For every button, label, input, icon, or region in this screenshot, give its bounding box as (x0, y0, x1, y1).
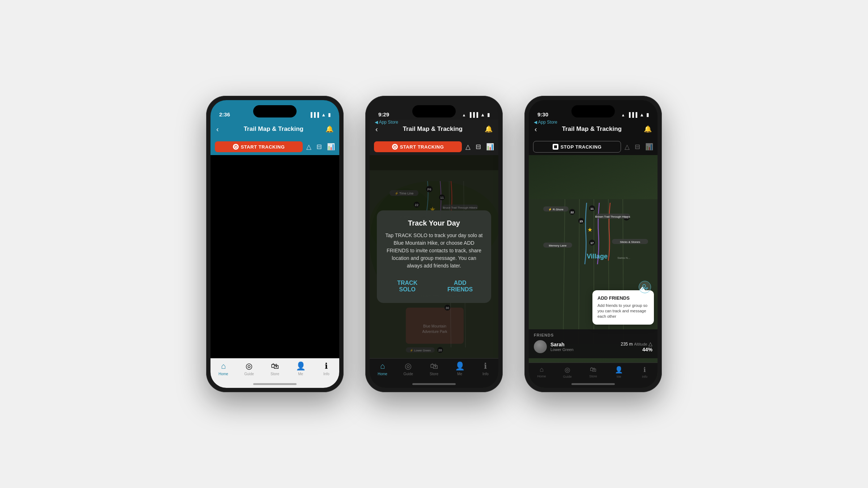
guide-icon-2: ◎ (405, 361, 412, 371)
svg-text:Brown Trail Through Hikers: Brown Trail Through Hikers (595, 215, 630, 218)
layers-icon-1[interactable]: ⊟ (316, 143, 322, 151)
tab-home-1[interactable]: ⌂ Home (210, 361, 236, 376)
layers-icon-3[interactable]: ⊟ (635, 143, 640, 151)
info-tab-label-3: Info (642, 375, 647, 378)
modal-overlay-2: Track Your Day Tap TRACK SOLO to track y… (370, 155, 498, 358)
svg-point-108 (643, 284, 646, 287)
mountain-icon-3[interactable]: △ (625, 143, 630, 151)
add-friends-button-modal[interactable]: ADD FRIENDS (436, 277, 484, 296)
friends-section-label: FRIENDS (534, 333, 652, 337)
location-icon-3: ▲ (621, 113, 625, 117)
layers-icon-2[interactable]: ⊟ (476, 143, 481, 151)
tab-me-1[interactable]: 👤 Me (288, 361, 314, 376)
guide-icon-1: ◎ (246, 361, 252, 371)
me-icon-3: 👤 (615, 366, 623, 374)
tab-home-3[interactable]: ⌂ Home (529, 366, 554, 378)
battery-icon-3: ▮ (646, 112, 649, 117)
home-icon-3: ⌂ (540, 366, 544, 373)
home-indicator-3 (571, 383, 615, 385)
tab-guide-3[interactable]: ◎ Guide (554, 366, 580, 378)
wifi-icon-2: ▲ (480, 112, 485, 117)
status-icons-3: ▲ ▐▐▐ ▲ ▮ (621, 112, 649, 117)
modal-card-2: Track Your Day Tap TRACK SOLO to track y… (377, 210, 491, 303)
battery-icon-2: ▮ (487, 112, 490, 117)
mountain-icon-1[interactable]: △ (306, 143, 311, 151)
chart-icon-2[interactable]: 📊 (486, 143, 494, 151)
friend-percentage-sarah: 44% (621, 347, 652, 352)
tab-info-3[interactable]: ℹ Info (632, 366, 658, 378)
tab-store-1[interactable]: 🛍 Store (262, 361, 288, 376)
tooltip-body: Add friends to your group so you can tra… (597, 303, 649, 320)
nav-bar-1: ‹ Trail Map & Tracking 🔔 (210, 120, 339, 138)
svg-text:11: 11 (591, 207, 594, 210)
add-friends-tooltip: ADD FRIENDS Add friends to your group so… (592, 290, 654, 325)
add-friend-icon-btn[interactable] (639, 281, 651, 293)
bell-icon-3[interactable]: 🔔 (644, 125, 652, 133)
timer-icon-2 (392, 144, 398, 150)
friends-panel: FRIENDS Sarah Lower Green 235 m Altitude… (529, 329, 658, 358)
me-icon-2: 👤 (455, 361, 465, 371)
guide-icon-3: ◎ (565, 366, 570, 374)
app-store-back-3[interactable]: ◀ App Store (534, 120, 557, 125)
modal-actions-2: TRACK SOLO ADD FRIENDS (384, 277, 484, 296)
nav-title-3: Trail Map & Tracking (540, 125, 644, 133)
bell-icon-2[interactable]: 🔔 (485, 125, 493, 133)
tab-me-2[interactable]: 👤 Me (447, 361, 473, 376)
battery-icon: ▮ (328, 112, 331, 117)
friend-name-sarah: Sarah (550, 342, 617, 347)
dynamic-island-3 (571, 105, 615, 117)
friend-info-sarah: Sarah Lower Green (550, 342, 617, 352)
village-label: Village (587, 253, 608, 260)
store-icon-1: 🛍 (271, 361, 279, 371)
info-icon-2: ℹ (484, 361, 487, 371)
tab-home-2[interactable]: ⌂ Home (370, 361, 395, 376)
dynamic-island-2 (412, 105, 456, 117)
friend-avatar-sarah (534, 340, 547, 353)
back-button-1[interactable]: ‹ (216, 125, 219, 133)
svg-text:Memory Lane: Memory Lane (549, 244, 567, 247)
svg-text:25: 25 (580, 220, 583, 223)
tab-me-3[interactable]: 👤 Me (606, 366, 632, 378)
nav-title-2: Trail Map & Tracking (381, 125, 485, 133)
chart-icon-3[interactable]: 📊 (645, 143, 653, 151)
home-indicator-1 (253, 383, 297, 385)
timer-icon-1 (233, 144, 239, 150)
mountain-icon-2[interactable]: △ (465, 143, 471, 151)
toolbar-1: START TRACKING △ ⊟ 📊 (210, 138, 339, 155)
back-button-3[interactable]: ‹ (535, 125, 537, 133)
bell-icon-1[interactable]: 🔔 (326, 125, 333, 133)
tab-info-1[interactable]: ℹ Info (314, 361, 339, 376)
app-store-back-2[interactable]: ◀ App Store (375, 120, 398, 125)
friend-location-sarah: Lower Green (550, 347, 617, 352)
chart-icon-1[interactable]: 📊 (327, 143, 335, 151)
stop-tracking-button[interactable]: STOP TRACKING (533, 141, 621, 153)
home-icon-2: ⌂ (380, 361, 385, 371)
tab-store-3[interactable]: 🛍 Store (580, 366, 606, 378)
tooltip-title: ADD FRIENDS (597, 295, 649, 301)
status-icons-2: ▲ ▐▐▐ ▲ ▮ (462, 112, 490, 117)
signal-icon-2: ▐▐▐ (468, 112, 478, 117)
svg-text:22: 22 (571, 211, 574, 214)
wifi-icon-3: ▲ (639, 112, 644, 117)
tab-guide-2[interactable]: ◎ Guide (395, 361, 421, 376)
svg-rect-81 (554, 145, 557, 148)
tab-store-2[interactable]: 🛍 Store (421, 361, 447, 376)
svg-text:17: 17 (591, 241, 594, 245)
start-tracking-button-2[interactable]: START TRACKING (374, 141, 462, 152)
track-solo-button[interactable]: TRACK SOLO (384, 277, 430, 296)
start-tracking-button-1[interactable]: START TRACKING (215, 141, 303, 152)
toolbar-3: STOP TRACKING △ ⊟ 📊 (529, 138, 658, 155)
stop-icon (553, 144, 558, 150)
toolbar-2: START TRACKING △ ⊟ 📊 (370, 138, 498, 155)
tab-guide-1[interactable]: ◎ Guide (236, 361, 262, 376)
status-icons-1: ▐▐▐ ▲ ▮ (309, 112, 331, 117)
svg-text:★: ★ (587, 227, 592, 233)
back-button-2[interactable]: ‹ (375, 125, 378, 133)
time-3: 9:30 (537, 111, 548, 117)
phone-1: 2:36 ▐▐▐ ▲ ▮ ‹ Trail Map & Tracking 🔔 ST… (206, 96, 344, 392)
info-icon-3: ℹ (643, 366, 646, 374)
friend-stats-sarah: 235 m Altitude △ 44% (621, 341, 652, 352)
tab-info-2[interactable]: ℹ Info (473, 361, 498, 376)
toolbar-icons-1: △ ⊟ 📊 (306, 143, 335, 151)
signal-icon: ▐▐▐ (309, 112, 319, 117)
